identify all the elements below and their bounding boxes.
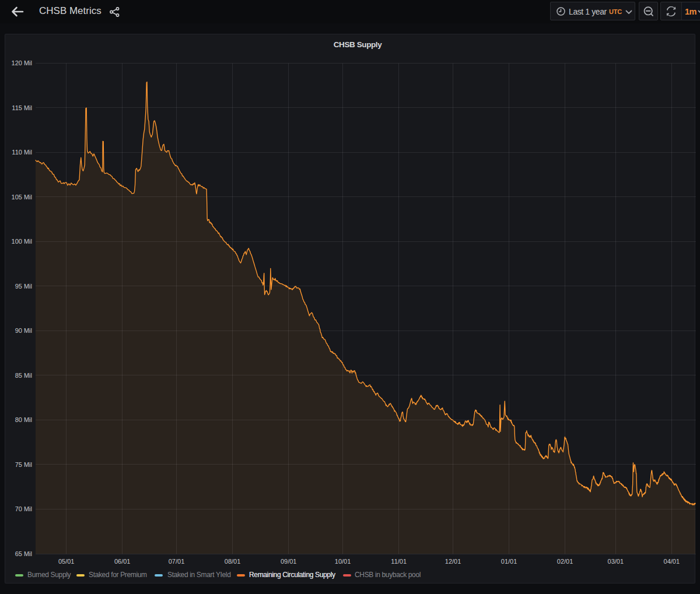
svg-text:08/01: 08/01 (225, 558, 241, 565)
svg-text:01/01: 01/01 (501, 558, 517, 565)
svg-text:100 Mil: 100 Mil (12, 238, 32, 245)
svg-text:04/01: 04/01 (664, 558, 680, 565)
svg-text:09/01: 09/01 (281, 558, 297, 565)
svg-text:10/01: 10/01 (335, 558, 351, 565)
svg-text:03/01: 03/01 (608, 558, 624, 565)
svg-text:75 Mil: 75 Mil (15, 461, 32, 468)
svg-text:85 Mil: 85 Mil (15, 372, 32, 379)
svg-text:07/01: 07/01 (169, 558, 185, 565)
svg-text:05/01: 05/01 (58, 558, 75, 565)
svg-text:120 Mil: 120 Mil (12, 59, 32, 66)
svg-text:65 Mil: 65 Mil (15, 550, 32, 557)
svg-text:105 Mil: 105 Mil (12, 194, 32, 201)
svg-text:70 Mil: 70 Mil (15, 505, 32, 512)
svg-text:02/01: 02/01 (557, 558, 573, 565)
svg-text:06/01: 06/01 (114, 558, 131, 565)
svg-text:90 Mil: 90 Mil (15, 327, 32, 334)
svg-text:115 Mil: 115 Mil (12, 104, 32, 111)
svg-text:95 Mil: 95 Mil (15, 283, 32, 290)
svg-text:110 Mil: 110 Mil (12, 149, 32, 156)
svg-text:80 Mil: 80 Mil (15, 416, 32, 423)
svg-text:12/01: 12/01 (445, 558, 461, 565)
svg-text:11/01: 11/01 (391, 558, 407, 565)
